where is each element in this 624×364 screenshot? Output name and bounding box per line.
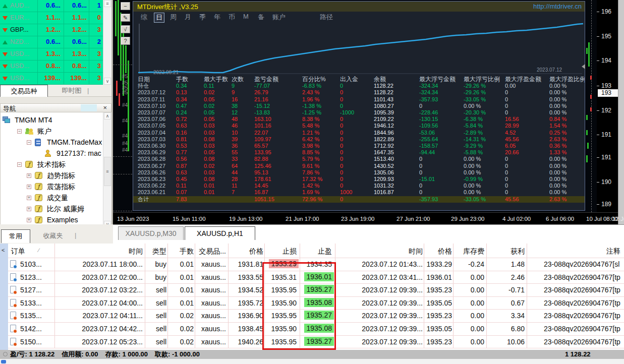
panel-collapse-icon[interactable] [582,64,585,69]
stats-max-float-profit-pct: 0.00 % [549,176,585,183]
minimize-panel-button[interactable]: − [121,2,130,10]
tree-item-label: 趋势指标 [47,171,75,180]
tree-item-tmgm-trademax[interactable]: −TMGM.TradeMax [1,137,111,148]
mtdriver-titlebar[interactable]: MTDriver统计 ,V3.25 http://mtdriver.cn [133,2,585,12]
mtdriver-tool-月[interactable]: 月 [183,13,193,22]
stats-balance: 1305.06 [374,169,419,176]
order-close-price: 1936.01 [426,273,452,281]
navigator-scrollbar[interactable]: ∧ ≡ ∨ [103,112,111,228]
stats-value: 21.16 [254,96,302,103]
col-header-tp[interactable]: 止盈 [318,247,332,256]
market-watch-row[interactable]: EUR...1.1...1.1...0 [0,12,103,24]
expand-plus-icon[interactable]: + [27,218,31,222]
tree-item--[interactable]: +ƒ比尔 威廉姆 [1,204,111,215]
scroll-up-icon[interactable]: ∧ [104,112,111,119]
col-header-symbol[interactable]: 交易品... [199,247,226,256]
col-header-swap[interactable]: 库存费 [463,247,484,256]
col-header-type[interactable]: 类型 [152,247,166,256]
order-type: sell [156,299,166,307]
chart-area[interactable]: −✎√? #5#5#5#5#4#4#4#4#4 MTDriver统计 ,V3.2… [113,0,624,224]
trade-number-label: #5 [122,74,128,79]
col-header-sl[interactable]: 止损 [282,247,297,256]
col-header-lots[interactable]: 手数 [180,247,194,256]
stats-max-float-profit: 0 [505,176,549,183]
expand-plus-icon[interactable]: + [27,207,31,211]
col-header-close_time[interactable]: 时间 [409,247,423,256]
tree-item-9127137-mac[interactable]: 9127137: mac [1,148,111,159]
stats-value: 44 [232,169,254,176]
col-header-open_time[interactable]: 时间 [129,247,143,256]
tab-favorites[interactable]: 收藏夹 [33,229,73,243]
mtdriver-tool-账户[interactable]: 账户 [271,13,287,22]
col-header-comment[interactable]: 注释 [606,247,620,256]
expand-plus-icon[interactable]: + [27,185,31,189]
chart-tab-XAUUSD-p-M30[interactable]: XAUUSD.p,M30 [118,226,184,240]
tab-tick-chart[interactable]: 即时图 [52,85,91,97]
expand-plus-icon[interactable]: + [27,173,31,178]
col-header-profit[interactable]: 获利 [510,247,525,256]
market-watch-row[interactable]: GBP...1.2...1.2...3 [0,24,103,36]
screenshot-button[interactable]: ✎ [121,14,130,22]
price-scale[interactable]: 196195194193192191191190189193 [597,0,618,212]
order-open-price: 1940.26 [238,338,263,346]
expand-plus-icon[interactable]: + [27,196,31,200]
symbol-name: USD... [10,50,29,57]
help-button[interactable]: ? [121,37,130,45]
tree-item-tmgm-mt4[interactable]: TMGM MT4 [1,115,111,126]
time-axis[interactable]: 13 Jun 202315 Jun 11:0019 Jun 13:0021 Ju… [113,212,618,224]
panel-splitter[interactable] [0,97,113,103]
mtdriver-tool-年[interactable]: 年 [212,13,222,22]
chart-tab-XAUUSD-p-H1[interactable]: XAUUSD.p,H1 [185,226,255,240]
col-header-price[interactable]: 价格 [249,247,263,256]
mtdriver-tool-币[interactable]: 币 [227,13,237,22]
scroll-thumb[interactable]: ≡ [104,157,111,186]
tree-item--[interactable]: +ƒ成交量 [1,193,111,204]
market-watch-row[interactable]: USD...0.8...0.8...3 [0,60,103,73]
market-watch-row[interactable]: NZD...0.6...0.6...2 [0,36,103,48]
mtdriver-tool-备[interactable]: 备 [256,13,266,22]
stats-balance: 1101.43 [374,96,419,103]
stats-row: 2023.06.230.450.0828178.6117.32 %01209.9… [133,176,585,183]
mtdriver-tool-M[interactable]: M [242,13,250,20]
stats-value: 0.11 [176,183,204,189]
tree-item--[interactable]: −ƒ技术指标 [1,159,111,170]
tree-item-label: TMGM MT4 [15,116,52,124]
mtdriver-tool-周[interactable]: 周 [168,13,178,22]
stats-value: 46 [232,123,254,129]
collapse-minus-icon[interactable]: − [27,140,31,145]
mtdriver-tool-路径[interactable]: 路径 [318,13,334,22]
stats-date: 2023.06.21 [133,189,176,196]
collapse-minus-icon[interactable]: − [17,129,22,134]
tree-item--[interactable]: +ƒ震荡指标 [1,181,111,193]
scroll-down-icon[interactable]: ∨ [104,78,111,85]
col-header-order[interactable]: 订单 [11,247,25,256]
market-watch-row[interactable]: USD...1.3...1.3...3 [0,48,103,60]
mtdriver-tool-日[interactable]: 日 [154,13,164,23]
stats-value: 0 [340,156,374,162]
navigator-titlebar: 导航 × [0,103,111,112]
mtdriver-url-link[interactable]: http://mtdriver.cn [533,3,582,10]
mtdriver-tool-季[interactable]: 季 [198,13,207,22]
confirm-button[interactable]: √ [121,25,130,33]
collapse-minus-icon[interactable]: − [17,162,22,167]
navigator-close-icon[interactable]: × [103,104,107,111]
col-header-close_price[interactable]: 价格 [438,247,452,256]
stats-max-float-profit-pct: 1.54 % [549,123,585,129]
candlestick-fragment [590,107,592,111]
market-watch-scrollbar[interactable]: ≡∨ [103,0,111,85]
stats-date: 2023.07.12 [133,89,176,96]
current-price-label: 193 [598,89,618,97]
summary-right-value: 1 128.22 [565,350,591,358]
mtdriver-tool-综[interactable]: 综 [139,13,149,22]
order-swap: 0.00 [471,299,484,307]
tab-common[interactable]: 常用 [1,229,30,243]
order-profit: 6.80 [511,325,525,333]
market-watch-row[interactable]: USD...139...139...3 [0,73,103,85]
tab-symbols[interactable]: 交易品种 [0,85,48,97]
tree-item--[interactable]: +ƒ趋势指标 [1,170,111,181]
order-comment: 23-088qv2026904767[sl [544,260,619,268]
stats-max-float-profit: 28.99 [505,123,549,129]
scroll-thumb[interactable]: ≡ [104,0,111,7]
tree-item--[interactable]: −账户 [1,126,111,137]
market-watch-row[interactable]: AUD...0.6...0.6...1 [0,0,103,12]
